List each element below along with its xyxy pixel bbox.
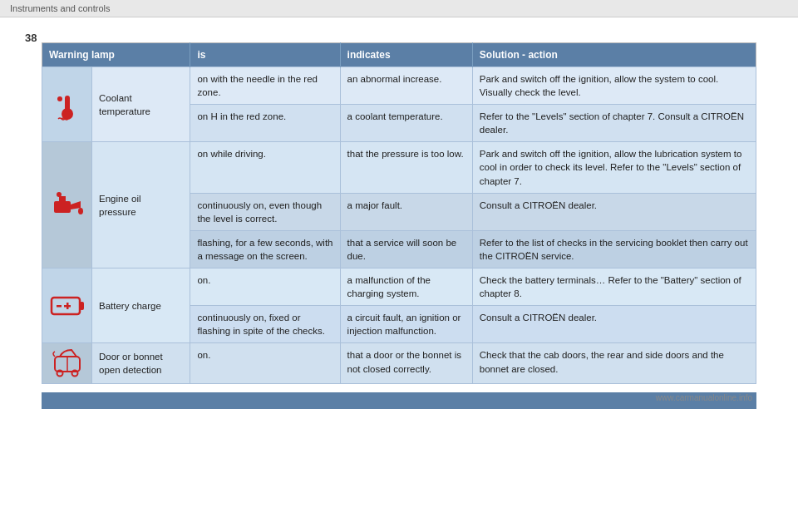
battery-icon (49, 291, 85, 321)
svg-point-2 (57, 96, 62, 101)
engine-oil-icon (49, 190, 85, 221)
engine-oil-solution-2: Consult a CITROËN dealer. (472, 193, 756, 230)
col-solution: Solution - action (472, 43, 756, 67)
engine-oil-is-1: on while driving. (190, 142, 340, 193)
col-warning-lamp: Warning lamp (42, 43, 190, 67)
page-number: 38 (25, 32, 37, 44)
battery-is-1: on. (190, 268, 340, 306)
table-container: Warning lamp is indicates Solution - act… (42, 42, 756, 384)
coolant-indicates-1: an abnormal increase. (340, 67, 472, 105)
coolant-indicates-2: a coolant temperature. (340, 105, 472, 142)
svg-rect-8 (57, 305, 62, 308)
engine-oil-solution-3: Refer to the list of checks in the servi… (472, 230, 756, 268)
engine-oil-is-2: continuously on, even though the level i… (190, 193, 340, 230)
engine-oil-indicates-2: a major fault. (340, 193, 472, 230)
battery-label-cell: Battery charge (92, 268, 190, 343)
coolant-label: Coolanttemperature (99, 93, 150, 116)
battery-solution-2: Consult a CITROËN dealer. (472, 306, 756, 343)
svg-rect-10 (64, 305, 71, 308)
engine-oil-indicates-1: that the pressure is too low. (340, 142, 472, 193)
svg-point-5 (78, 208, 83, 214)
bottom-bar (42, 392, 756, 409)
watermark: www.carmanualonline.info (656, 393, 752, 402)
door-icon (49, 348, 85, 378)
battery-label: Battery charge (99, 301, 161, 311)
header-title: Instruments and controls (10, 3, 110, 13)
battery-indicates-1: a malfunction of the charging system. (340, 268, 472, 306)
svg-rect-1 (65, 96, 70, 112)
engine-oil-label: Engine oilpressure (99, 194, 141, 217)
door-indicates-1: that a door or the bonnet is not closed … (340, 343, 472, 384)
coolant-solution-2: Refer to the "Levels" section of chapter… (472, 105, 756, 142)
table-header-row: Warning lamp is indicates Solution - act… (42, 43, 756, 67)
engine-oil-label-cell: Engine oilpressure (92, 142, 190, 268)
door-label-cell: Door or bonnet open detection (92, 343, 190, 384)
coolant-is-2: on H in the red zone. (190, 105, 340, 142)
col-is: is (190, 43, 340, 67)
engine-oil-icon-cell (42, 142, 92, 268)
warning-lamp-table: Warning lamp is indicates Solution - act… (42, 42, 756, 384)
door-icon-cell (42, 343, 92, 384)
engine-oil-is-3: flashing, for a few seconds, with a mess… (190, 230, 340, 268)
coolant-solution-1: Park and switch off the ignition, allow … (472, 67, 756, 105)
engine-oil-solution-1: Park and switch off the ignition, allow … (472, 142, 756, 193)
coolant-temp-icon (49, 89, 85, 121)
coolant-is-1: on with the needle in the red zone. (190, 67, 340, 105)
battery-indicates-2: a circuit fault, an ignition or injectio… (340, 306, 472, 343)
page: Instruments and controls 38 Warning lamp… (0, 0, 798, 409)
coolant-label-cell: Coolanttemperature (92, 67, 190, 142)
door-is-1: on. (190, 343, 340, 384)
table-row: Door or bonnet open detection on. that a… (42, 343, 756, 384)
col-indicates: indicates (340, 43, 472, 67)
table-row: Battery charge on. a malfunction of the … (42, 268, 756, 306)
battery-solution-1: Check the battery terminals… Refer to th… (472, 268, 756, 306)
table-row: Coolanttemperature on with the needle in… (42, 67, 756, 105)
coolant-icon-cell (42, 67, 92, 142)
svg-rect-7 (80, 302, 84, 310)
door-label: Door or bonnet open detection (99, 352, 163, 375)
engine-oil-indicates-3: that a service will soon be due. (340, 230, 472, 268)
svg-point-4 (57, 192, 62, 197)
header-bar: Instruments and controls (0, 0, 798, 17)
svg-rect-3 (54, 201, 71, 213)
battery-icon-cell (42, 268, 92, 343)
door-solution-1: Check that the cab doors, the rear and s… (472, 343, 756, 384)
table-row: Engine oilpressure on while driving. tha… (42, 142, 756, 193)
battery-is-2: continuously on, fixed or flashing in sp… (190, 306, 340, 343)
